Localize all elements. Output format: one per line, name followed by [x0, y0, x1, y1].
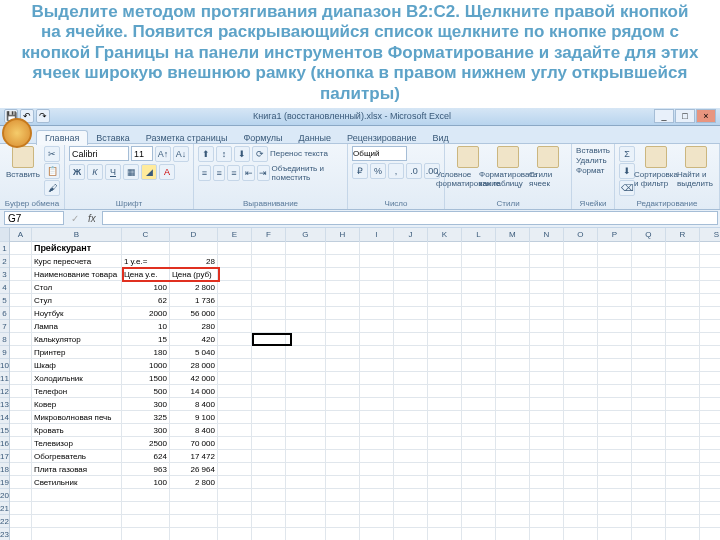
cell[interactable]	[252, 476, 286, 489]
cell[interactable]	[666, 372, 700, 385]
cell[interactable]	[496, 359, 530, 372]
cell[interactable]	[10, 528, 32, 540]
cell[interactable]	[360, 372, 394, 385]
underline-button[interactable]: Ч	[105, 164, 121, 180]
autosum-icon[interactable]: Σ	[619, 146, 635, 162]
cell[interactable]	[252, 320, 286, 333]
cell[interactable]	[252, 528, 286, 540]
cell[interactable]: 1500	[122, 372, 170, 385]
cell[interactable]	[360, 242, 394, 255]
insert-cells-button[interactable]: Вставить	[576, 146, 610, 155]
cell[interactable]	[360, 333, 394, 346]
cell[interactable]	[10, 476, 32, 489]
cell[interactable]	[326, 294, 360, 307]
cell[interactable]	[10, 437, 32, 450]
cell[interactable]	[394, 463, 428, 476]
row-header[interactable]: 9	[0, 346, 9, 359]
cell[interactable]	[252, 450, 286, 463]
cell[interactable]	[666, 385, 700, 398]
cell[interactable]	[218, 502, 252, 515]
cell[interactable]	[496, 320, 530, 333]
cell[interactable]	[496, 515, 530, 528]
cell[interactable]	[394, 528, 428, 540]
cell[interactable]	[598, 346, 632, 359]
cell[interactable]	[428, 528, 462, 540]
cell[interactable]	[632, 437, 666, 450]
ribbon-tab-3[interactable]: Формулы	[235, 131, 290, 145]
cell[interactable]	[326, 437, 360, 450]
cell[interactable]	[700, 268, 720, 281]
cell[interactable]: Цена (руб)	[170, 268, 218, 281]
cell[interactable]	[496, 281, 530, 294]
cell[interactable]	[700, 372, 720, 385]
cell[interactable]	[360, 463, 394, 476]
align-left-icon[interactable]: ≡	[198, 165, 211, 181]
cell[interactable]	[700, 515, 720, 528]
column-header[interactable]: R	[666, 228, 700, 242]
cell[interactable]	[252, 489, 286, 502]
cell[interactable]: 420	[170, 333, 218, 346]
cell[interactable]	[632, 320, 666, 333]
cell[interactable]	[326, 424, 360, 437]
cell[interactable]	[394, 398, 428, 411]
cell[interactable]	[122, 242, 170, 255]
cell[interactable]	[564, 385, 598, 398]
cell[interactable]: Прейскурант	[32, 242, 122, 255]
cell[interactable]	[286, 385, 326, 398]
cell[interactable]	[10, 242, 32, 255]
cell[interactable]	[394, 333, 428, 346]
row-header[interactable]: 6	[0, 307, 9, 320]
cell[interactable]	[394, 294, 428, 307]
row-header[interactable]: 17	[0, 450, 9, 463]
cell[interactable]	[326, 359, 360, 372]
cell[interactable]	[632, 411, 666, 424]
cell[interactable]	[564, 528, 598, 540]
cell[interactable]	[218, 463, 252, 476]
cell[interactable]	[218, 476, 252, 489]
cell[interactable]	[428, 411, 462, 424]
cell[interactable]	[564, 398, 598, 411]
cell[interactable]	[462, 424, 496, 437]
cell[interactable]	[326, 411, 360, 424]
cell[interactable]	[252, 294, 286, 307]
cell[interactable]	[360, 515, 394, 528]
cell[interactable]	[666, 333, 700, 346]
merge-button[interactable]: Объединить и поместить	[272, 164, 343, 182]
cell[interactable]	[632, 294, 666, 307]
cell[interactable]	[10, 398, 32, 411]
cell[interactable]: Курс пересчета	[32, 255, 122, 268]
cell[interactable]	[496, 398, 530, 411]
cell[interactable]	[632, 450, 666, 463]
cell[interactable]	[252, 502, 286, 515]
cell[interactable]	[218, 411, 252, 424]
cell[interactable]	[360, 346, 394, 359]
row-header[interactable]: 15	[0, 424, 9, 437]
cell[interactable]	[394, 515, 428, 528]
row-header[interactable]: 4	[0, 281, 9, 294]
cell[interactable]	[326, 255, 360, 268]
cell[interactable]	[218, 255, 252, 268]
cell[interactable]	[598, 411, 632, 424]
cell[interactable]	[598, 489, 632, 502]
cell[interactable]	[632, 281, 666, 294]
cancel-formula-icon[interactable]: ✓	[68, 213, 82, 224]
cell[interactable]	[218, 450, 252, 463]
cell[interactable]	[394, 385, 428, 398]
cell[interactable]	[666, 255, 700, 268]
cell[interactable]	[530, 307, 564, 320]
cell[interactable]: 56 000	[170, 307, 218, 320]
cell[interactable]	[598, 528, 632, 540]
cell[interactable]	[700, 450, 720, 463]
cell[interactable]	[326, 372, 360, 385]
cell[interactable]	[462, 242, 496, 255]
cell[interactable]	[632, 515, 666, 528]
cell[interactable]	[252, 437, 286, 450]
column-header[interactable]: I	[360, 228, 394, 242]
cell[interactable]	[530, 463, 564, 476]
cell[interactable]	[564, 489, 598, 502]
cell[interactable]	[10, 333, 32, 346]
cell[interactable]	[428, 476, 462, 489]
cell[interactable]	[632, 476, 666, 489]
cell[interactable]	[530, 398, 564, 411]
cell[interactable]	[32, 489, 122, 502]
